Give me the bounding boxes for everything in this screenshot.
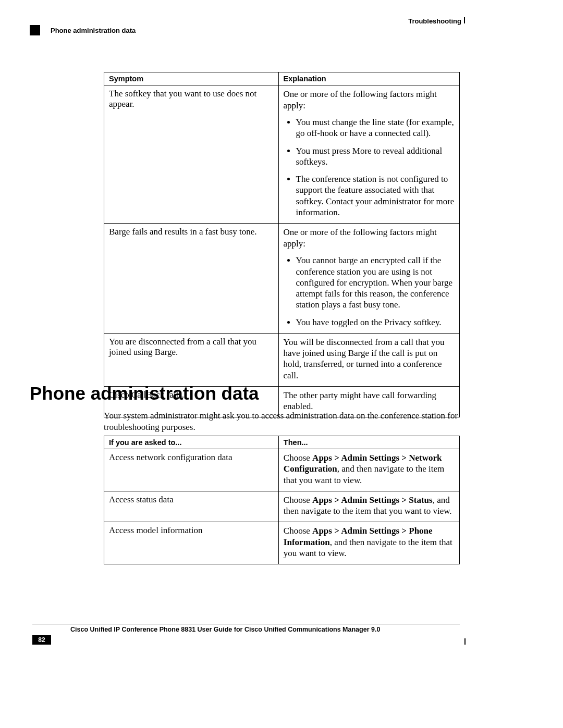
- list-item: You must press More to reveal additional…: [296, 145, 455, 168]
- header-square-marker: [30, 25, 40, 35]
- then-pre: Choose: [284, 526, 312, 536]
- table-row: The softkey that you want to use does no…: [104, 85, 460, 224]
- page-number: 82: [32, 635, 51, 645]
- header-chapter: Troubleshooting: [408, 17, 461, 25]
- explanation-text: You will be disconnected from a call tha…: [284, 337, 455, 381]
- table-row: Access model information Choose Apps > A…: [104, 522, 460, 564]
- cell-task: Access model information: [104, 522, 279, 564]
- cell-explanation: You will be disconnected from a call tha…: [278, 333, 460, 386]
- table-row: Access network configuration data Choose…: [104, 449, 460, 491]
- th-then: Then...: [278, 436, 459, 449]
- footer-rule: [32, 624, 460, 624]
- then-pre: Choose: [284, 495, 312, 505]
- page: Troubleshooting Phone administration dat…: [0, 0, 563, 728]
- troubleshooting-table: Symptom Explanation The softkey that you…: [104, 72, 460, 417]
- cell-then: Choose Apps > Admin Settings > Network C…: [278, 449, 459, 491]
- header-rule-marker: [464, 17, 465, 23]
- cell-task: Access status data: [104, 491, 279, 522]
- explanation-intro: One or more of the following factors mig…: [284, 89, 455, 112]
- intro-paragraph: Your system administrator might ask you …: [104, 410, 458, 433]
- explanation-text: The other party might have call forwardi…: [284, 390, 455, 412]
- cell-symptom: Barge fails and results in a fast busy t…: [104, 224, 279, 334]
- cell-task: Access network configuration data: [104, 449, 279, 491]
- footer-side-marker: [464, 638, 466, 645]
- list-item: The conference station is not configured…: [296, 174, 455, 218]
- th-symptom: Symptom: [104, 72, 279, 85]
- cell-then: Choose Apps > Admin Settings > Status, a…: [278, 491, 459, 522]
- page-title: Phone administration data: [30, 383, 259, 404]
- explanation-intro: One or more of the following factors mig…: [284, 227, 455, 250]
- cell-then: Choose Apps > Admin Settings > Phone Inf…: [278, 522, 459, 564]
- table-row: You are disconnected from a call that yo…: [104, 333, 460, 386]
- table-row: Access status data Choose Apps > Admin S…: [104, 491, 460, 522]
- table-header-row: Symptom Explanation: [104, 72, 460, 85]
- then-pre: Choose: [284, 453, 312, 463]
- list-item: You cannot barge an encrypted call if th…: [296, 255, 455, 310]
- table-row: Barge fails and results in a fast busy t…: [104, 224, 460, 334]
- list-item: You must change the line state (for exam…: [296, 117, 455, 139]
- admin-data-table: If you are asked to... Then... Access ne…: [104, 436, 460, 564]
- cell-explanation: One or more of the following factors mig…: [278, 224, 460, 334]
- cell-explanation: One or more of the following factors mig…: [278, 85, 460, 224]
- explanation-list: You must change the line state (for exam…: [284, 117, 455, 218]
- cell-symptom: The softkey that you want to use does no…: [104, 85, 279, 224]
- header-section: Phone administration data: [51, 27, 136, 34]
- explanation-list: You cannot barge an encrypted call if th…: [284, 255, 455, 328]
- th-task: If you are asked to...: [104, 436, 279, 449]
- th-explanation: Explanation: [278, 72, 460, 85]
- table-header-row: If you are asked to... Then...: [104, 436, 460, 449]
- footer-title: Cisco Unified IP Conference Phone 8831 U…: [70, 626, 380, 633]
- then-path: Apps > Admin Settings > Status: [312, 495, 433, 505]
- cell-symptom: You are disconnected from a call that yo…: [104, 333, 279, 386]
- list-item: You have toggled on the Privacy softkey.: [296, 317, 455, 328]
